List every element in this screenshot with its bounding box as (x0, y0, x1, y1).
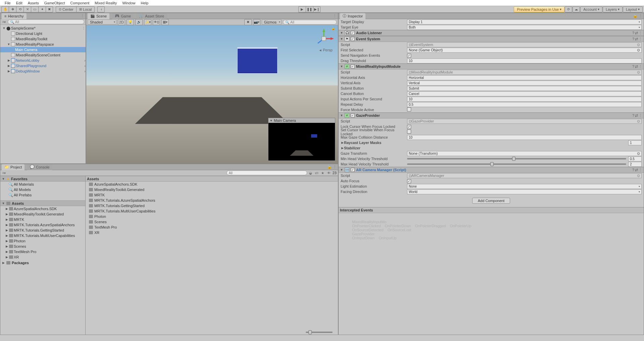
packages-header[interactable]: ▶Packages (0, 260, 85, 265)
preset-icon[interactable]: ⇄ (635, 113, 638, 118)
tab-console[interactable]: 💬 Console (27, 164, 52, 170)
scene-kebab-icon[interactable]: ⋮ (82, 26, 86, 31)
favorite-icon[interactable]: ★ (320, 170, 325, 175)
scene-search[interactable]: 🔍 All (283, 20, 337, 25)
help-icon[interactable]: ? (632, 113, 634, 118)
fav-all-materials[interactable]: 🔍 All Materials (0, 182, 85, 187)
foldout-icon[interactable]: ▼ (2, 27, 6, 30)
asset-textmesh-pro[interactable]: TextMesh Pro (86, 225, 338, 230)
tool-custom[interactable]: ✖ (46, 6, 53, 12)
hierarchy-item-debug-window[interactable]: ▶DebugWindow› (0, 68, 86, 74)
tool-move[interactable]: ✥ (9, 6, 16, 12)
arcam-enable-checkbox[interactable]: ✓ (351, 168, 355, 172)
help-icon[interactable]: ? (632, 37, 634, 41)
set-invisible-checkbox[interactable] (407, 130, 411, 134)
preview-packages-button[interactable]: Preview Packages in Use ▾ (514, 6, 564, 12)
assets-breadcrumb[interactable]: Assets (86, 176, 338, 182)
asset-photon[interactable]: Photon (86, 214, 338, 219)
inspector-kebab-icon[interactable]: ⋮ (639, 14, 642, 18)
gaze-transform-field[interactable]: None (Transform)⊙ (407, 151, 642, 156)
folder-azurespatialanchors-sdk[interactable]: ▶AzureSpatialAnchors.SDK (0, 206, 85, 211)
force-module-checkbox[interactable] (407, 107, 411, 111)
folder-mrtk-tutorials-azurespatialanchors[interactable]: ▶MRTK.Tutorials.AzureSpatialAnchors (0, 222, 85, 228)
drag-threshold-field[interactable]: 10 (407, 58, 642, 63)
create-dropdown[interactable]: +▾ (2, 170, 6, 175)
folder-mrtk-tutorials-gettingstarted[interactable]: ▶MRTK.Tutorials.GettingStarted (0, 228, 85, 233)
mrim-header[interactable]: ▼#✓MixedRealityInputModule?⇄⋮ (339, 63, 644, 69)
send-nav-checkbox[interactable]: ✓ (407, 54, 411, 58)
snap-toggle[interactable]: ⫞ (97, 6, 105, 12)
pause-button[interactable]: ❚❚ (306, 6, 313, 12)
tab-inspector[interactable]: ⓘ Inspector (340, 13, 365, 19)
space-local-toggle[interactable]: ⊞Local (76, 6, 95, 12)
audio-listener-header[interactable]: ▼🎧✓Audio Listener?⇄⋮ (339, 30, 644, 36)
preset-icon[interactable]: ⇄ (635, 168, 638, 172)
asset-scenes[interactable]: Scenes (86, 219, 338, 225)
target-display-dropdown[interactable]: Display 1 (407, 19, 642, 25)
kebab-icon[interactable]: ⋮ (639, 64, 642, 69)
lock-cursor-checkbox[interactable]: ✓ (407, 125, 411, 129)
asset-azurespatialanchors-sdk[interactable]: AzureSpatialAnchors.SDK (86, 182, 338, 187)
filter-by-label-icon[interactable]: 🏷 (314, 170, 319, 175)
preset-icon[interactable]: ⇄ (635, 37, 638, 41)
kebab-icon[interactable]: ⋮ (639, 31, 642, 35)
pivot-center-toggle[interactable]: ⊙Center (56, 6, 76, 12)
facing-direction-dropdown[interactable]: World (407, 189, 642, 194)
foldout-icon[interactable]: ▶ (341, 146, 344, 150)
menu-component[interactable]: Component (67, 1, 92, 5)
lock-icon[interactable]: 🔓 (633, 14, 638, 18)
lock-icon[interactable]: 🔓 (327, 165, 332, 169)
tool-hand[interactable]: ✋ (1, 6, 9, 12)
raycast-masks-field[interactable]: 1 (628, 140, 642, 145)
grid-toggle[interactable]: ▦▾ (161, 19, 169, 25)
folder-scenes[interactable]: ▶Scenes (0, 244, 85, 249)
light-estimation-dropdown[interactable]: None (407, 184, 642, 189)
foldout-icon[interactable]: ▼ (7, 43, 10, 46)
gaze-header[interactable]: ▼#✓GazeProvider?⇄⋮ (339, 112, 644, 118)
repeat-delay-field[interactable]: 0.5 (407, 102, 642, 107)
vertical-axis-field[interactable]: Vertical (407, 81, 642, 86)
scene-kebab-icon[interactable]: ⋮ (333, 14, 337, 18)
max-head-slider[interactable] (407, 163, 626, 165)
gizmos-dropdown[interactable]: Gizmos (262, 19, 282, 25)
asset-mrtk[interactable]: MRTK (86, 192, 338, 198)
max-head-field[interactable]: 2 (628, 162, 642, 167)
orientation-gizmo[interactable] (314, 29, 334, 49)
event-system-header[interactable]: ▼⚑✓Event System?⇄⋮ (339, 36, 644, 42)
submit-button-field[interactable]: Submit (407, 86, 642, 91)
assets-header[interactable]: ▼Assets (0, 200, 85, 206)
asset-mrtk-tutorials-gettingstarted[interactable]: MRTK.Tutorials.GettingStarted (86, 203, 338, 208)
hierarchy-search[interactable]: 🔍 All (8, 19, 84, 24)
hierarchy-tab[interactable]: ≡ Hierarchy (2, 13, 27, 19)
asset-xr[interactable]: XR (86, 230, 338, 235)
asset-mrtk-tutorials-multiusercapabilities[interactable]: MRTK.Tutorials.MultiUserCapabilities (86, 208, 338, 214)
asset-mixedrealitytoolkit-generated[interactable]: MixedRealityToolkit.Generated (86, 187, 338, 192)
projection-label[interactable]: ◄ Persp (319, 48, 333, 52)
tool-scale[interactable]: ⤧ (23, 6, 31, 12)
foldout-icon[interactable]: ▶ (7, 59, 10, 62)
hidden-icon[interactable]: 👁 (327, 170, 331, 175)
mrim-enable-checkbox[interactable]: ✓ (351, 64, 355, 68)
foldout-icon[interactable]: ▶ (5, 255, 8, 259)
input-actions-field[interactable]: 10 (407, 97, 642, 102)
foldout-icon[interactable]: ▶ (5, 223, 8, 227)
menu-assets[interactable]: Assets (25, 1, 42, 5)
cancel-button-field[interactable]: Cancel (407, 91, 642, 96)
menu-window[interactable]: Window (119, 1, 138, 5)
target-eye-dropdown[interactable]: Both (407, 25, 642, 30)
foldout-icon[interactable]: ▶ (5, 212, 8, 216)
tab-asset-store[interactable]: 🛒 Asset Store (136, 13, 167, 19)
layout-dropdown[interactable]: Layout ▾ (623, 6, 643, 12)
menu-file[interactable]: File (2, 1, 13, 5)
fav-all-prefabs[interactable]: 🔍 All Prefabs (0, 192, 85, 198)
foldout-icon[interactable]: ▶ (7, 69, 10, 73)
min-head-slider[interactable] (407, 158, 626, 159)
asset-mrtk-tutorials-azurespatialanchors[interactable]: MRTK.Tutorials.AzureSpatialAnchors (86, 198, 338, 203)
cloud-icon[interactable]: ☁ (573, 6, 580, 12)
foldout-icon[interactable]: ▶ (5, 239, 8, 243)
hierarchy-item-mrtk[interactable]: MixedRealityToolkit (0, 36, 86, 42)
tool-rotate[interactable]: ⟲ (16, 6, 23, 12)
intercepted-events-header[interactable]: Intercepted Events (339, 207, 644, 213)
filter-by-type-icon[interactable]: ◒ (308, 170, 313, 175)
folder-mrtk-tutorials-multiusercapabilities[interactable]: ▶MRTK.Tutorials.MultiUserCapabilities (0, 233, 85, 238)
